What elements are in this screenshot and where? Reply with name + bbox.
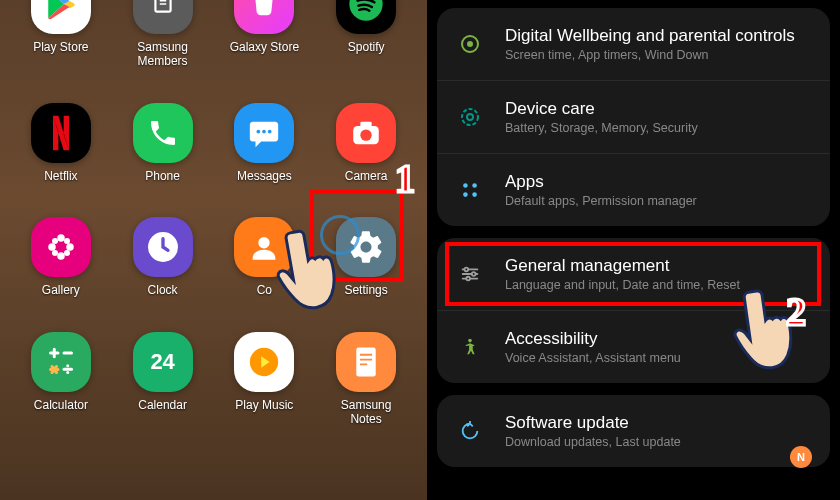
app-label: Samsung Notes: [341, 398, 392, 427]
app-calendar[interactable]: 24 Calendar: [120, 332, 206, 427]
svg-point-32: [472, 272, 476, 276]
svg-point-34: [468, 339, 472, 343]
app-label: Gallery: [42, 283, 80, 297]
svg-point-14: [52, 250, 58, 256]
app-galaxy-store[interactable]: Galaxy Store: [222, 0, 308, 69]
svg-point-30: [472, 192, 477, 197]
svg-point-19: [66, 364, 69, 367]
app-label: Clock: [148, 283, 178, 297]
wellbeing-icon: [455, 29, 485, 59]
spotify-icon: [336, 0, 396, 34]
app-phone[interactable]: Phone: [120, 103, 206, 183]
svg-rect-7: [360, 121, 371, 127]
svg-point-12: [52, 238, 58, 244]
device-care-icon: [455, 102, 485, 132]
item-subtitle: Battery, Storage, Memory, Security: [505, 121, 698, 135]
svg-point-10: [48, 243, 56, 251]
app-label: Play Music: [235, 398, 293, 412]
app-clock[interactable]: Clock: [120, 217, 206, 297]
update-icon: [455, 416, 485, 446]
step-1-badge: 1: [395, 155, 415, 202]
app-label: Calculator: [34, 398, 88, 412]
svg-point-15: [64, 250, 70, 256]
settings-device-care[interactable]: Device care Battery, Storage, Memory, Se…: [437, 80, 830, 153]
app-calculator[interactable]: Calculator: [18, 332, 104, 427]
svg-point-25: [462, 109, 478, 125]
play-music-icon: [234, 332, 294, 392]
app-samsung-members[interactable]: Samsung Members: [120, 0, 206, 69]
play-store-icon: [31, 0, 91, 34]
svg-point-26: [467, 114, 473, 120]
item-title: General management: [505, 256, 740, 276]
app-play-music[interactable]: Play Music: [222, 332, 308, 427]
members-icon: [133, 0, 193, 34]
svg-point-33: [466, 277, 470, 281]
svg-point-16: [57, 243, 65, 251]
app-netflix[interactable]: Netflix: [18, 103, 104, 183]
item-subtitle: Default apps, Permission manager: [505, 194, 697, 208]
app-drawer: Play Store Samsung Members Galaxy Store …: [0, 0, 427, 500]
phone-icon: [133, 103, 193, 163]
item-subtitle: Screen time, App timers, Wind Down: [505, 48, 795, 62]
svg-point-2: [257, 130, 261, 134]
svg-point-24: [467, 41, 473, 47]
svg-point-27: [463, 183, 468, 188]
messages-icon: [234, 103, 294, 163]
item-title: Device care: [505, 99, 698, 119]
svg-point-31: [465, 268, 469, 272]
item-title: Software update: [505, 413, 681, 433]
app-play-store[interactable]: Play Store: [18, 0, 104, 69]
settings-digital-wellbeing[interactable]: Digital Wellbeing and parental controls …: [437, 8, 830, 80]
item-title: Accessibility: [505, 329, 681, 349]
step-2-badge: 2: [786, 288, 806, 335]
sliders-icon: [455, 259, 485, 289]
app-label: Galaxy Store: [230, 40, 299, 54]
app-label: Netflix: [44, 169, 77, 183]
svg-point-20: [66, 371, 69, 374]
settings-group-3: Software update Download updates, Last u…: [437, 395, 830, 467]
netflix-icon: [31, 103, 91, 163]
item-subtitle: Voice Assistant, Assistant menu: [505, 351, 681, 365]
item-title: Digital Wellbeing and parental controls: [505, 26, 795, 46]
app-label: Co: [257, 283, 272, 297]
app-label: Phone: [145, 169, 180, 183]
item-title: Apps: [505, 172, 697, 192]
app-gallery[interactable]: Gallery: [18, 217, 104, 297]
settings-software-update[interactable]: Software update Download updates, Last u…: [437, 395, 830, 467]
gallery-icon: [31, 217, 91, 277]
settings-pane: Digital Wellbeing and parental controls …: [427, 0, 840, 500]
app-label: Messages: [237, 169, 292, 183]
svg-point-8: [57, 234, 65, 242]
app-label: Calendar: [138, 398, 187, 412]
calculator-icon: [31, 332, 91, 392]
app-messages[interactable]: Messages: [222, 103, 308, 183]
accessibility-icon: [455, 332, 485, 362]
svg-point-28: [472, 183, 477, 188]
svg-point-13: [64, 238, 70, 244]
app-spotify[interactable]: Spotify: [323, 0, 409, 69]
galaxy-store-icon: [234, 0, 294, 34]
item-subtitle: Download updates, Last update: [505, 435, 681, 449]
item-subtitle: Language and input, Date and time, Reset: [505, 278, 740, 292]
svg-point-3: [263, 130, 267, 134]
pointer-hand-icon: [262, 214, 358, 326]
svg-point-4: [268, 130, 272, 134]
app-label: Play Store: [33, 40, 88, 54]
camera-icon: [336, 103, 396, 163]
apps-icon: [455, 175, 485, 205]
app-samsung-notes[interactable]: Samsung Notes: [323, 332, 409, 427]
svg-rect-0: [155, 0, 170, 12]
app-label: Samsung Members: [137, 40, 188, 69]
svg-point-29: [463, 192, 468, 197]
settings-apps[interactable]: Apps Default apps, Permission manager: [437, 153, 830, 226]
notification-badge: N: [790, 446, 812, 468]
svg-rect-22: [356, 347, 375, 376]
svg-point-6: [360, 129, 371, 140]
app-label: Spotify: [348, 40, 385, 54]
svg-point-11: [66, 243, 74, 251]
settings-group-1: Digital Wellbeing and parental controls …: [437, 8, 830, 226]
notes-icon: [336, 332, 396, 392]
clock-icon: [133, 217, 193, 277]
calendar-icon: 24: [133, 332, 193, 392]
calendar-day: 24: [150, 349, 174, 375]
